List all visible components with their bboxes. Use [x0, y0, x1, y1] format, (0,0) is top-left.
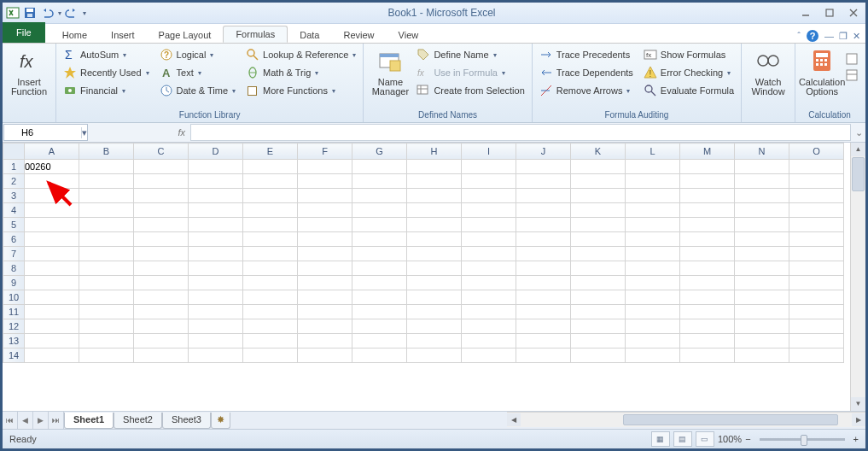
scroll-right-icon[interactable]: ▶	[852, 413, 865, 426]
fx-label-icon[interactable]: fx	[172, 127, 190, 138]
cell-E3[interactable]	[243, 189, 298, 203]
col-header-B[interactable]: B	[79, 144, 134, 160]
cell-E12[interactable]	[243, 319, 298, 334]
cell-C4[interactable]	[134, 203, 189, 218]
insert-function-button[interactable]: fx Insert Function	[8, 45, 50, 97]
trace-precedents-button[interactable]: Trace Precedents	[538, 47, 635, 62]
cell-I2[interactable]	[462, 174, 516, 189]
cell-F14[interactable]	[298, 348, 352, 363]
sheet-tab-2[interactable]: Sheet2	[114, 413, 162, 429]
row-header-7[interactable]: 7	[3, 247, 25, 261]
spreadsheet-grid[interactable]: ABCDEFGHIJKLMNO100260234567891011121314	[3, 143, 844, 363]
watch-window-button[interactable]: Watch Window	[747, 45, 789, 97]
cell-G3[interactable]	[352, 189, 407, 203]
zoom-slider[interactable]	[760, 438, 845, 441]
cell-F1[interactable]	[298, 160, 352, 174]
define-name-button[interactable]: Define Name▾	[415, 47, 526, 62]
cell-N3[interactable]	[735, 189, 789, 203]
cell-J7[interactable]	[516, 247, 571, 261]
cell-E9[interactable]	[243, 276, 298, 290]
sheet-tab-1[interactable]: Sheet1	[64, 413, 114, 429]
cell-N13[interactable]	[735, 334, 789, 348]
cell-B9[interactable]	[79, 276, 134, 290]
cell-O6[interactable]	[789, 232, 844, 247]
cell-E6[interactable]	[243, 232, 298, 247]
col-header-M[interactable]: M	[680, 144, 735, 160]
cell-G6[interactable]	[352, 232, 407, 247]
cell-F3[interactable]	[298, 189, 352, 203]
cell-G10[interactable]	[352, 290, 407, 305]
save-icon[interactable]	[23, 6, 37, 20]
zoom-out-icon[interactable]: −	[745, 434, 750, 444]
cell-K4[interactable]	[571, 203, 626, 218]
cell-O7[interactable]	[789, 247, 844, 261]
cell-D6[interactable]	[189, 232, 243, 247]
cell-K5[interactable]	[571, 218, 626, 232]
cell-D14[interactable]	[189, 348, 243, 363]
row-header-4[interactable]: 4	[3, 203, 25, 218]
cell-D4[interactable]	[189, 203, 243, 218]
cell-C5[interactable]	[134, 218, 189, 232]
col-header-F[interactable]: F	[298, 144, 352, 160]
cell-D9[interactable]	[189, 276, 243, 290]
workbook-close-icon[interactable]: ✕	[853, 31, 860, 42]
cell-O9[interactable]	[789, 276, 844, 290]
cell-C13[interactable]	[134, 334, 189, 348]
cell-J9[interactable]	[516, 276, 571, 290]
cell-D10[interactable]	[189, 290, 243, 305]
col-header-N[interactable]: N	[735, 144, 789, 160]
cell-A8[interactable]	[25, 261, 79, 276]
name-box-input[interactable]	[4, 127, 81, 138]
cell-F13[interactable]	[298, 334, 352, 348]
maximize-button[interactable]	[818, 5, 842, 20]
scroll-up-icon[interactable]: ▲	[851, 143, 865, 156]
create-from-selection-button[interactable]: Create from Selection	[415, 83, 526, 98]
cell-N10[interactable]	[735, 290, 789, 305]
cell-K13[interactable]	[571, 334, 626, 348]
name-box-dropdown-icon[interactable]: ▾	[81, 127, 87, 138]
cell-L4[interactable]	[626, 203, 680, 218]
cell-K6[interactable]	[571, 232, 626, 247]
cell-L11[interactable]	[626, 305, 680, 319]
cell-I6[interactable]	[462, 232, 516, 247]
cell-B11[interactable]	[79, 305, 134, 319]
cell-L14[interactable]	[626, 348, 680, 363]
financial-button[interactable]: Financial▾	[61, 83, 151, 98]
cell-D2[interactable]	[189, 174, 243, 189]
cell-B12[interactable]	[79, 319, 134, 334]
cell-B13[interactable]	[79, 334, 134, 348]
calculation-options-button[interactable]: Calculation Options	[801, 45, 843, 97]
cell-G2[interactable]	[352, 174, 407, 189]
col-header-E[interactable]: E	[243, 144, 298, 160]
cell-J8[interactable]	[516, 261, 571, 276]
cell-F4[interactable]	[298, 203, 352, 218]
col-header-H[interactable]: H	[407, 144, 462, 160]
cell-L12[interactable]	[626, 319, 680, 334]
cell-A13[interactable]	[25, 334, 79, 348]
cell-O14[interactable]	[789, 348, 844, 363]
row-header-6[interactable]: 6	[3, 232, 25, 247]
remove-arrows-button[interactable]: Remove Arrows▾	[538, 83, 635, 98]
cell-M8[interactable]	[680, 261, 735, 276]
cell-M14[interactable]	[680, 348, 735, 363]
tab-page-layout[interactable]: Page Layout	[147, 27, 224, 43]
cell-G13[interactable]	[352, 334, 407, 348]
cell-J4[interactable]	[516, 203, 571, 218]
cell-J11[interactable]	[516, 305, 571, 319]
cell-E8[interactable]	[243, 261, 298, 276]
cell-A9[interactable]	[25, 276, 79, 290]
cell-G9[interactable]	[352, 276, 407, 290]
cell-H5[interactable]	[407, 218, 462, 232]
cell-N8[interactable]	[735, 261, 789, 276]
cell-K1[interactable]	[571, 160, 626, 174]
minimize-button[interactable]	[794, 5, 818, 20]
date-time-button[interactable]: Date & Time▾	[158, 83, 238, 98]
zoom-in-icon[interactable]: +	[853, 434, 859, 444]
cell-O12[interactable]	[789, 319, 844, 334]
cell-M11[interactable]	[680, 305, 735, 319]
col-header-J[interactable]: J	[516, 144, 571, 160]
cell-B7[interactable]	[79, 247, 134, 261]
col-header-A[interactable]: A	[25, 144, 79, 160]
calc-sheet-icon[interactable]	[845, 68, 859, 82]
cell-I10[interactable]	[462, 290, 516, 305]
